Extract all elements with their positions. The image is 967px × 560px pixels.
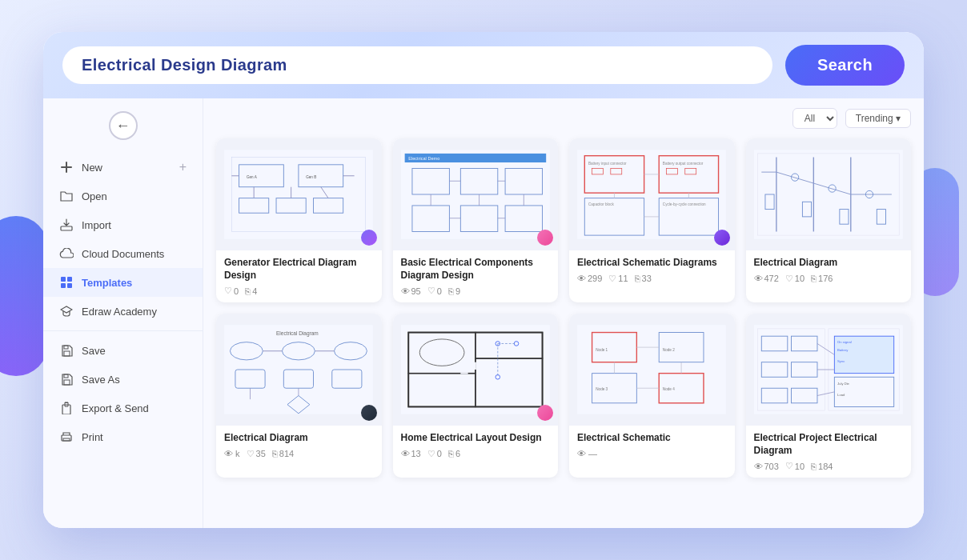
svg-text:Load: Load [837,393,845,397]
body-area: ← New + Open Import [43,98,924,528]
svg-text:Capacitor block: Capacitor block [588,202,615,206]
card-info-7: Electrical Schematic 👁 — [569,426,735,465]
card-views-2: 👁 95 [401,286,421,296]
cloud-icon [59,246,74,261]
template-card-1[interactable]: Gen A Gen B Generator Electrical Diagram… [216,138,382,302]
card-title-5: Electrical Diagram [224,432,374,445]
card-copies-6: ⎘ 6 [448,449,460,458]
card-meta-1: ♡ 0 ⎘ 4 [224,286,374,296]
sidebar-divider [43,330,203,331]
sidebar-item-cloud[interactable]: Cloud Documents [43,239,203,268]
card-views-3: 👁 299 [577,274,602,283]
sidebar-item-open[interactable]: Open [43,182,203,210]
svg-text:Gen A: Gen A [247,175,258,179]
sidebar-templates-label: Templates [82,277,132,289]
svg-rect-3 [61,277,66,282]
sidebar-item-export[interactable]: Export & Send [43,394,203,422]
card-likes-5: ♡ 35 [247,449,266,459]
card-avatar-1 [361,230,377,246]
content-area: All Trending ▾ [203,98,924,528]
card-copies-3: ⎘ 33 [635,274,652,283]
card-info-1: Generator Electrical Diagram Design ♡ 0 … [216,250,382,302]
saveas-icon [59,372,74,386]
template-card-8[interactable]: On signal Battery Sync July Die Load Ele… [746,314,912,478]
sidebar-cloud-label: Cloud Documents [82,248,164,260]
category-filter[interactable]: All [792,108,837,129]
card-likes-4: ♡ 10 [785,274,804,284]
svg-rect-7 [64,351,70,356]
search-input-wrapper[interactable]: Electrical Design Diagram [62,46,772,84]
back-button[interactable]: ← [109,111,138,140]
svg-rect-12 [65,402,68,403]
svg-text:Battery output connector: Battery output connector [663,162,704,166]
main-window: Electrical Design Diagram Search ← New +… [43,32,924,528]
sidebar-open-label: Open [82,190,107,202]
template-card-6[interactable]: Home Electrical Layout Design 👁 13 ♡ 0 ⎘… [393,314,559,478]
sidebar-item-save[interactable]: Save [43,336,203,365]
svg-rect-1 [66,162,67,173]
sidebar-item-academy[interactable]: Edraw Academy [43,297,203,326]
card-copies-8: ⎘ 184 [811,462,833,471]
sidebar-item-new[interactable]: New + [43,153,203,182]
card-title-1: Generator Electrical Diagram Design [224,257,374,282]
card-thumbnail-6 [393,314,559,426]
academy-icon [59,304,74,318]
svg-rect-14 [63,438,70,441]
svg-text:On signal: On signal [837,341,852,345]
card-copies-2: ⎘ 9 [448,286,460,296]
save-icon [59,343,74,358]
svg-rect-5 [61,283,66,288]
card-meta-5: 👁 k ♡ 35 ⎘ 814 [224,449,374,459]
svg-rect-4 [67,277,72,282]
card-avatar-2 [537,230,553,246]
template-card-3[interactable]: Battery input connector Battery output c… [569,138,735,302]
card-avatar-5 [361,405,377,421]
svg-text:Electrical Demo: Electrical Demo [408,156,439,161]
open-icon [59,189,74,203]
card-thumbnail-7: Node 1 Node 2 Node 3 Node 4 [569,314,735,426]
template-card-7[interactable]: Node 1 Node 2 Node 3 Node 4 Electrical S… [569,314,735,478]
search-button[interactable]: Search [785,45,905,86]
card-meta-7: 👁 — [577,449,727,458]
print-icon [59,430,74,444]
sidebar-item-print[interactable]: Print [43,422,203,451]
card-copies-5: ⎘ 814 [272,449,294,458]
card-title-8: Electrical Project Electrical Diagram [754,432,904,457]
card-thumbnail-5: Electrical Diagram [216,314,382,426]
template-card-5[interactable]: Electrical Diagram [216,314,382,478]
sidebar-item-templates[interactable]: Templates [43,268,203,297]
card-title-3: Electrical Schematic Diagrams [577,257,727,270]
card-likes-3: ♡ 11 [608,274,628,284]
card-likes-1: ♡ 0 [224,286,239,296]
svg-text:Node 1: Node 1 [596,348,608,352]
card-likes-6: ♡ 0 [427,449,442,459]
template-card-4[interactable]: Electrical Diagram 👁 472 ♡ 10 ⎘ 176 [746,138,912,302]
card-copies-4: ⎘ 176 [811,274,833,283]
sort-trending[interactable]: Trending ▾ [845,109,911,128]
svg-text:Gen B: Gen B [307,175,317,179]
svg-rect-9 [64,380,70,385]
svg-text:Cycle-by-cycle connection: Cycle-by-cycle connection [663,202,706,206]
sidebar-print-label: Print [82,431,103,443]
svg-text:Sync: Sync [837,359,845,363]
import-icon [59,218,74,232]
svg-text:Electrical Diagram: Electrical Diagram [276,330,319,337]
export-icon [59,401,74,415]
sidebar: ← New + Open Import [43,98,203,528]
template-card-2[interactable]: Electrical Demo [393,138,559,302]
card-thumbnail-1: Gen A Gen B [216,138,382,250]
svg-rect-10 [64,374,68,378]
card-views-6: 👁 13 [401,449,421,458]
sidebar-item-import[interactable]: Import [43,210,203,239]
sidebar-academy-label: Edraw Academy [82,306,157,318]
svg-text:Battery input connector: Battery input connector [588,162,627,166]
card-thumbnail-2: Electrical Demo [393,138,559,250]
card-thumbnail-8: On signal Battery Sync July Die Load [746,314,912,426]
card-title-6: Home Electrical Layout Design [401,432,551,445]
sidebar-item-saveas[interactable]: Save As [43,365,203,394]
search-query-text: Electrical Design Diagram [82,56,287,74]
svg-text:Battery: Battery [837,348,849,352]
card-title-7: Electrical Schematic [577,432,727,445]
search-bar: Electrical Design Diagram Search [43,32,924,98]
sidebar-export-label: Export & Send [82,402,149,414]
